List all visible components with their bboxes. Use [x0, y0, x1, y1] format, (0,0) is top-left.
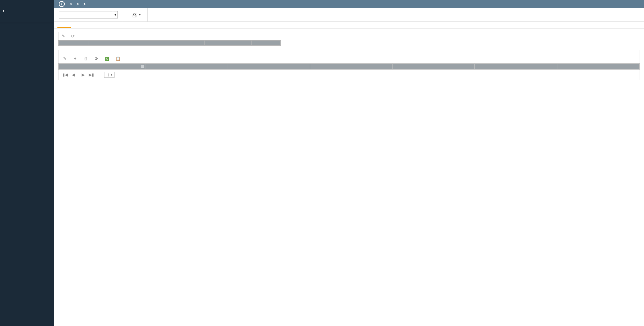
col-category[interactable] — [310, 64, 392, 69]
pager-first-icon[interactable]: ▮◀ — [62, 72, 68, 77]
copy-excel-button[interactable]: X — [105, 57, 110, 61]
col-account[interactable] — [557, 64, 639, 69]
pencil-icon: ✎ — [62, 34, 65, 39]
info-icon[interactable]: i — [59, 1, 65, 7]
col-values[interactable] — [252, 41, 281, 46]
chevron-down-icon[interactable]: ▼ — [108, 73, 114, 76]
tab-notes[interactable] — [71, 22, 84, 28]
chevron-down-icon[interactable]: ▼ — [138, 13, 141, 16]
trash-icon: 🗑 — [84, 56, 88, 61]
logo[interactable]: ‹ — [0, 0, 54, 21]
add-button[interactable]: ＋ — [73, 56, 79, 61]
col-description[interactable] — [228, 64, 310, 69]
col-detail-code[interactable] — [393, 64, 475, 69]
edit-button[interactable]: ✎ — [63, 56, 68, 61]
project-selector[interactable]: ▼ — [59, 11, 118, 18]
col-notes[interactable] — [475, 64, 557, 69]
tab-main[interactable] — [57, 22, 71, 28]
delete-button[interactable]: 🗑 — [84, 56, 89, 61]
level-panel-toolbar: ✎ ⟳ — [58, 32, 281, 40]
col-inactive[interactable] — [59, 64, 145, 69]
refresh-icon: ⟳ — [95, 56, 98, 61]
refresh-button[interactable]: ⟳ — [95, 56, 99, 61]
level-panel: ✎ ⟳ — [58, 32, 281, 46]
pager-last-icon[interactable]: ▶▮ — [88, 72, 95, 77]
edit-button[interactable]: ✎ — [62, 34, 66, 39]
pager: ▮◀ ◀ ▶ ▶▮ ▼ — [58, 69, 640, 80]
breadcrumb: > > > — [67, 1, 88, 7]
paste-excel-button[interactable]: 📋 — [116, 56, 122, 61]
page-toolbar: ▼ 🖨 ▼ — [54, 8, 644, 22]
level-grid — [58, 40, 281, 46]
back-icon[interactable]: ‹ — [3, 8, 4, 13]
grid-toolbar: ✎ ＋ 🗑 ⟳ X 📋 — [58, 54, 640, 63]
tabs — [54, 22, 644, 29]
col-level[interactable] — [59, 41, 89, 46]
page-size-selector[interactable]: ▼ — [104, 72, 114, 78]
print-button[interactable]: 🖨 ▼ — [130, 10, 143, 20]
clipboard-icon: 📋 — [116, 56, 121, 61]
plus-icon: ＋ — [73, 56, 77, 61]
filter-handle-icon[interactable] — [141, 65, 144, 68]
cost-codes-grid-panel: ✎ ＋ 🗑 ⟳ X 📋 — [58, 50, 640, 80]
header-bar: i > > > — [0, 0, 644, 8]
sidebar: ‹ — [0, 8, 54, 326]
excel-icon: X — [105, 57, 109, 61]
print-icon: 🖨 — [132, 11, 138, 18]
chevron-down-icon[interactable]: ▼ — [113, 11, 118, 18]
cost-codes-grid — [58, 63, 640, 69]
col-characters[interactable] — [205, 41, 252, 46]
pager-next-icon[interactable]: ▶ — [81, 72, 85, 77]
pager-prev-icon[interactable]: ◀ — [71, 72, 76, 77]
col-cost-code[interactable] — [145, 64, 228, 69]
refresh-button[interactable]: ⟳ — [71, 34, 76, 39]
col-description[interactable] — [89, 41, 205, 46]
group-drop-zone[interactable] — [58, 50, 640, 54]
content-area: ▼ 🖨 ▼ ✎ — [54, 8, 644, 326]
refresh-icon: ⟳ — [71, 34, 75, 39]
tab-attachments[interactable] — [84, 22, 98, 28]
pencil-icon: ✎ — [63, 56, 66, 61]
